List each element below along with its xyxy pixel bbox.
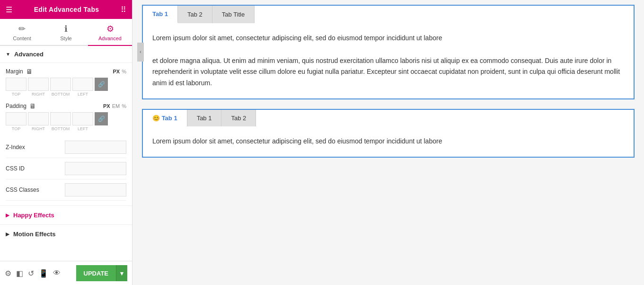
padding-bottom-label: BOTTOM: [50, 126, 71, 131]
padding-top-label: TOP: [6, 126, 26, 131]
margin-input-labels: TOP RIGHT BOTTOM LEFT: [6, 92, 126, 97]
padding-bottom-input[interactable]: [50, 112, 71, 125]
motion-effects-section: ▶ Motion Effects: [0, 224, 132, 243]
tab-widget-1-para1: Lorem ipsum dolor sit amet, consectetur …: [152, 33, 624, 44]
css-id-label: CSS ID: [6, 165, 25, 172]
tab-widget-2: 😊 Tab 1 Tab 1 Tab 2 Lorem ipsum dolor si…: [142, 109, 635, 158]
padding-left-input[interactable]: [72, 112, 93, 125]
css-classes-label: CSS Classes: [6, 187, 39, 193]
history-icon[interactable]: ↺: [28, 269, 34, 278]
tab-widget-2-tab2[interactable]: Tab 2: [221, 110, 256, 126]
padding-top-input[interactable]: [6, 112, 26, 125]
tab-style-label: Style: [60, 36, 71, 41]
tab-style[interactable]: ℹ Style: [44, 19, 88, 46]
margin-top-label: TOP: [6, 92, 26, 97]
css-classes-input[interactable]: [65, 183, 126, 196]
advanced-section-content: Margin PX % 🔗 TOP RIGHT BOTTOM LEFT: [0, 63, 132, 205]
tab-advanced-label: Advanced: [98, 36, 122, 41]
margin-field-row: Margin PX % 🔗 TOP RIGHT BOTTOM LEFT: [6, 68, 126, 97]
tab-widget-1: Tab 1 Tab 2 Tab Title Lorem ipsum dolor …: [142, 5, 635, 99]
tab-widget-2-content: Lorem ipsum dolor sit amet, consectetur …: [143, 126, 634, 157]
advanced-section-label: Advanced: [14, 51, 44, 58]
tab-widget-1-tab1[interactable]: Tab 1: [143, 6, 178, 23]
update-main-label: UPDATE: [76, 265, 116, 281]
layers-icon[interactable]: ◧: [16, 269, 23, 278]
motion-effects-arrow: ▶: [6, 232, 9, 237]
padding-label-row: Padding PX EM %: [6, 102, 126, 110]
happy-effects-header[interactable]: ▶ Happy Effects: [0, 206, 132, 224]
tab-widget-1-para2: et dolore magna aliqua. Ut enim ad minim…: [152, 55, 624, 89]
margin-label-row: Margin PX %: [6, 68, 126, 75]
padding-left-label: LEFT: [72, 126, 93, 131]
zindex-input[interactable]: [65, 141, 126, 154]
right-content: Tab 1 Tab 2 Tab Title Lorem ipsum dolor …: [132, 0, 644, 285]
margin-top-input[interactable]: [6, 78, 26, 91]
padding-link-button[interactable]: 🔗: [95, 112, 108, 125]
css-id-row: CSS ID: [6, 158, 126, 179]
happy-effects-label: Happy Effects: [13, 212, 54, 219]
advanced-icon: ⚙: [106, 24, 114, 34]
tab-widget-2-tab1[interactable]: 😊 Tab 1: [143, 110, 187, 126]
padding-unit-px[interactable]: PX: [103, 103, 110, 109]
content-icon: ✏: [18, 24, 26, 34]
padding-units: PX EM %: [103, 103, 126, 109]
left-panel: ☰ Edit Advanced Tabs ⠿ ✏ Content ℹ Style…: [0, 0, 132, 285]
margin-left-input[interactable]: [72, 78, 93, 91]
motion-effects-header[interactable]: ▶ Motion Effects: [0, 225, 132, 243]
collapse-handle[interactable]: ‹: [137, 43, 144, 62]
padding-input-labels: TOP RIGHT BOTTOM LEFT: [6, 126, 126, 131]
panel-tabs: ✏ Content ℹ Style ⚙ Advanced: [0, 19, 132, 46]
css-id-input[interactable]: [65, 162, 126, 175]
margin-link-button[interactable]: 🔗: [95, 78, 108, 91]
tab-content-label: Content: [13, 36, 31, 41]
margin-unit-percent[interactable]: %: [122, 69, 126, 74]
settings-icon[interactable]: ⚙: [5, 269, 11, 278]
css-classes-row: CSS Classes: [6, 179, 126, 201]
zindex-label: Z-Index: [6, 144, 25, 151]
panel-header: ☰ Edit Advanced Tabs ⠿: [0, 0, 132, 19]
bottom-bar-icons: ⚙ ◧ ↺ 📱 👁: [5, 269, 61, 278]
tab-advanced[interactable]: ⚙ Advanced: [88, 19, 132, 46]
tab-widget-2-tab1b[interactable]: Tab 1: [187, 110, 222, 126]
panel-title: Edit Advanced Tabs: [34, 6, 99, 13]
margin-left-label: LEFT: [72, 92, 93, 97]
grid-icon[interactable]: ⠿: [121, 5, 126, 14]
padding-right-label: RIGHT: [28, 126, 49, 131]
responsive-icon[interactable]: 📱: [39, 269, 48, 278]
eye-icon[interactable]: 👁: [53, 269, 61, 277]
padding-unit-em[interactable]: EM: [112, 103, 120, 109]
margin-bottom-label: BOTTOM: [50, 92, 71, 97]
padding-label: Padding: [6, 102, 36, 110]
padding-unit-percent[interactable]: %: [122, 103, 126, 109]
update-arrow-icon[interactable]: ▾: [116, 265, 127, 281]
margin-bottom-input[interactable]: [50, 78, 71, 91]
happy-effects-section: ▶ Happy Effects: [0, 205, 132, 224]
tab-widget-1-tab-title[interactable]: Tab Title: [212, 6, 255, 23]
motion-effects-label: Motion Effects: [13, 231, 56, 238]
tab-widget-2-emoji: 😊: [152, 115, 160, 122]
margin-unit-px[interactable]: PX: [113, 69, 120, 74]
padding-right-input[interactable]: [28, 112, 49, 125]
margin-inputs: 🔗: [6, 78, 126, 91]
advanced-arrow-icon: ▼: [6, 52, 10, 57]
advanced-section-header[interactable]: ▼ Advanced: [0, 46, 132, 63]
tab-content[interactable]: ✏ Content: [0, 19, 44, 46]
margin-units: PX %: [113, 69, 126, 74]
happy-effects-arrow: ▶: [6, 213, 9, 218]
hamburger-icon[interactable]: ☰: [6, 5, 12, 14]
margin-right-input[interactable]: [28, 78, 49, 91]
tab-widget-1-nav: Tab 1 Tab 2 Tab Title: [143, 6, 634, 23]
tab-widget-1-tab2[interactable]: Tab 2: [178, 6, 212, 23]
padding-field-row: Padding PX EM % 🔗 TOP RIGHT BOTTOM: [6, 102, 126, 131]
tab-widget-1-content: Lorem ipsum dolor sit amet, consectetur …: [143, 23, 634, 98]
zindex-row: Z-Index: [6, 137, 126, 158]
tab-widget-2-nav: 😊 Tab 1 Tab 1 Tab 2: [143, 110, 634, 126]
margin-right-label: RIGHT: [28, 92, 49, 97]
tab-widget-2-para: Lorem ipsum dolor sit amet, consectetur …: [152, 136, 624, 147]
bottom-bar: ⚙ ◧ ↺ 📱 👁 UPDATE ▾: [0, 261, 132, 285]
padding-monitor-icon: [29, 102, 36, 110]
update-button[interactable]: UPDATE ▾: [76, 265, 127, 281]
margin-monitor-icon: [26, 68, 33, 75]
style-icon: ℹ: [64, 24, 68, 34]
margin-label: Margin: [6, 68, 33, 75]
